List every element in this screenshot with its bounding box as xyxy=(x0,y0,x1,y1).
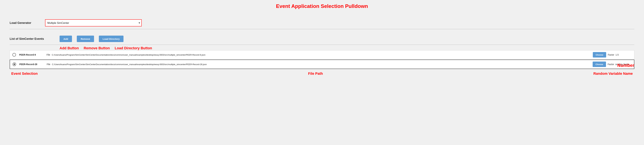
events-section-label: List of SimCenter Events xyxy=(10,37,55,40)
choose-button-2[interactable]: Choose xyxy=(593,62,606,67)
file-path-annotation: File Path xyxy=(308,72,323,76)
load-directory-button-annotation: Load Directory Button xyxy=(115,46,152,50)
file-label-2: File xyxy=(47,63,50,66)
page-title-annotation: Event Application Selection Pulldown xyxy=(276,3,368,9)
events-header: List of SimCenter Events Add Remove Load… xyxy=(10,36,634,45)
event-radio-1[interactable] xyxy=(12,53,16,56)
event-selection-annotation: Event Selection xyxy=(11,72,38,76)
event-row: PEER-Record-28 File C:/Users/kuans/Progr… xyxy=(10,60,634,69)
load-generator-section: Load Generator Multiple SimCenter SimCen… xyxy=(10,19,634,29)
file-path-2: C:/Users/kuans/Program/SimCenter/SimCent… xyxy=(52,63,591,66)
event-application-dropdown-container: Multiple SimCenter SimCenter Other ▾ xyxy=(45,19,142,26)
load-directory-button[interactable]: Load Directory xyxy=(99,36,124,42)
file-path-1: C:/Users/kuans/Program/SimCenter/SimCent… xyxy=(52,54,591,56)
bottom-annotations: Event Selection File Path Random Variabl… xyxy=(10,72,634,76)
factor-value-1: 1.5 xyxy=(616,54,632,56)
event-name-1: PEER-Record-9 xyxy=(19,54,45,56)
event-name-2: PEER-Record-28 xyxy=(19,63,45,66)
load-generator-label: Load Generator xyxy=(10,21,42,25)
remove-button-annotation: Remove Button xyxy=(84,46,110,50)
choose-button-1[interactable]: Choose xyxy=(593,52,606,58)
remove-button[interactable]: Remove xyxy=(77,36,94,42)
factor-label-2: Factor xyxy=(608,63,614,66)
add-button-annotation: Add Button xyxy=(60,46,79,50)
button-annotations-row: Add Button Remove Button Load Directory … xyxy=(10,46,634,50)
random-variable-annotation: Random Variable Name xyxy=(593,72,633,76)
event-radio-2[interactable] xyxy=(12,62,16,66)
main-container: Event Application Selection Pulldown Loa… xyxy=(0,0,644,145)
event-application-dropdown[interactable]: Multiple SimCenter SimCenter Other xyxy=(45,19,142,26)
number-annotation: Number xyxy=(617,63,634,68)
add-button[interactable]: Add xyxy=(60,36,72,42)
event-row: PEER-Record-9 File C:/Users/kuans/Progra… xyxy=(10,50,634,59)
events-section: List of SimCenter Events Add Remove Load… xyxy=(10,36,634,76)
factor-label-1: Factor xyxy=(608,54,614,56)
file-label-1: File xyxy=(46,54,50,56)
